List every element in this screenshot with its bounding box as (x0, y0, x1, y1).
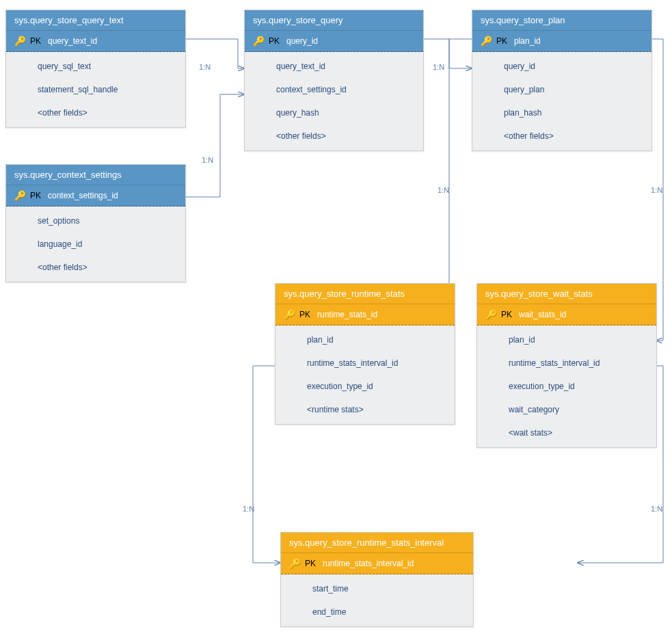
pk-row: 🔑 PK plan_id (472, 31, 651, 52)
field: execution_type_id (477, 375, 656, 398)
pk-row: 🔑 PK wait_stats_id (477, 304, 656, 325)
field: plan_hash (472, 101, 651, 124)
pk-label: PK (269, 36, 280, 46)
field: execution_type_id (275, 375, 455, 398)
rel-label: 1:N (651, 186, 662, 194)
rel-label: 1:N (438, 186, 449, 194)
field: <runtime stats> (275, 398, 455, 421)
entity-title: sys.query_context_settings (6, 165, 185, 185)
key-icon: 🔑 (14, 36, 26, 46)
field: <other fields> (6, 256, 185, 279)
pk-row: 🔑 PK context_settings_id (6, 185, 185, 207)
field: <other fields> (245, 124, 423, 148)
entity-wait-stats: sys.query_store_wait_stats 🔑 PK wait_sta… (476, 283, 657, 448)
field: plan_id (275, 328, 455, 351)
pk-field: query_id (286, 36, 318, 46)
key-icon: 🔑 (289, 559, 301, 568)
rel-label: 1:N (433, 63, 444, 71)
field: plan_id (477, 328, 656, 351)
field: <wait stats> (477, 421, 656, 444)
pk-field: plan_id (514, 36, 541, 46)
entity-body: plan_id runtime_stats_interval_id execut… (477, 325, 656, 447)
field: context_settings_id (245, 78, 423, 101)
field: runtime_stats_interval_id (275, 351, 455, 375)
field: statement_sql_handle (6, 78, 185, 101)
entity-query: sys.query_store_query 🔑 PK query_id quer… (244, 10, 424, 151)
key-icon: 🔑 (485, 310, 497, 319)
entity-title: sys.query_store_wait_stats (477, 284, 656, 304)
entity-body: start_time end_time (281, 574, 473, 626)
pk-row: 🔑 PK runtime_stats_id (275, 304, 455, 325)
pk-field: query_text_id (48, 36, 97, 46)
field: end_time (281, 600, 473, 624)
entity-body: query_sql_text statement_sql_handle <oth… (6, 52, 185, 127)
pk-field: runtime_stats_id (317, 310, 377, 319)
entity-body: query_text_id context_settings_id query_… (245, 52, 423, 150)
field: query_plan (472, 78, 651, 101)
field: wait_category (477, 398, 656, 421)
pk-label: PK (496, 36, 507, 46)
rel-label: 1:N (199, 63, 211, 71)
pk-field: runtime_stats_interval_id (323, 559, 414, 568)
pk-row: 🔑 PK query_text_id (6, 31, 185, 52)
pk-label: PK (501, 310, 512, 319)
entity-body: plan_id runtime_stats_interval_id execut… (275, 325, 455, 424)
entity-context-settings: sys.query_context_settings 🔑 PK context_… (5, 164, 186, 282)
field: <other fields> (472, 124, 651, 148)
edge-querytext-to-query (186, 39, 244, 68)
entity-runtime-stats: sys.query_store_runtime_stats 🔑 PK runti… (275, 283, 455, 425)
entity-title: sys.query_store_runtime_stats_interval (281, 533, 473, 553)
edge-query-to-plan (424, 39, 472, 68)
pk-field: context_settings_id (48, 191, 118, 200)
entity-query-text: sys.query_store_query_text 🔑 PK query_te… (5, 10, 186, 128)
entity-plan: sys.query_store_plan 🔑 PK plan_id query_… (472, 10, 652, 151)
entity-title: sys.query_store_query_text (6, 10, 185, 31)
entity-title: sys.query_store_query (245, 10, 423, 31)
pk-label: PK (305, 559, 316, 568)
entity-title: sys.query_store_runtime_stats (275, 284, 455, 304)
entity-interval: sys.query_store_runtime_stats_interval 🔑… (280, 532, 474, 627)
edge-context-to-query (186, 94, 244, 197)
entity-body: set_options language_id <other fields> (6, 207, 185, 282)
field: start_time (281, 577, 473, 600)
key-icon: 🔑 (253, 36, 265, 46)
key-icon: 🔑 (284, 310, 295, 319)
pk-label: PK (30, 36, 41, 46)
field: <other fields> (6, 101, 185, 124)
pk-label: PK (30, 191, 41, 200)
field: language_id (6, 232, 185, 256)
field: set_options (6, 209, 185, 232)
pk-label: PK (299, 310, 310, 319)
er-diagram: 1:N 1:N 1:N 1:N 1:N 1:N 1:N sys.query_st… (0, 0, 672, 638)
field: query_sql_text (6, 55, 185, 78)
field: runtime_stats_interval_id (477, 351, 656, 375)
entity-body: query_id query_plan plan_hash <other fie… (472, 52, 651, 150)
field: query_text_id (245, 55, 423, 78)
rel-label: 1:N (202, 156, 213, 164)
rel-label: 1:N (243, 505, 254, 513)
pk-field: wait_stats_id (519, 310, 566, 319)
field: query_id (472, 55, 651, 78)
key-icon: 🔑 (14, 191, 26, 200)
field: query_hash (245, 101, 423, 124)
key-icon: 🔑 (481, 36, 492, 46)
pk-row: 🔑 PK runtime_stats_interval_id (281, 553, 473, 574)
entity-title: sys.query_store_plan (472, 10, 651, 31)
rel-label: 1:N (651, 505, 662, 513)
pk-row: 🔑 PK query_id (245, 31, 423, 52)
